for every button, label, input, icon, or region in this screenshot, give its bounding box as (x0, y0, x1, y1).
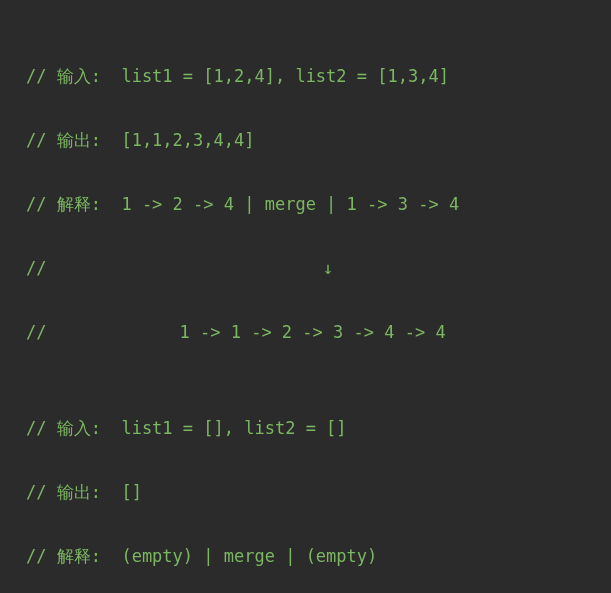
code-line: // 输出: [1,1,2,3,4,4] (26, 124, 585, 156)
code-line: // 输出: [] (26, 476, 585, 508)
code-line: // 解释: 1 -> 2 -> 4 | merge | 1 -> 3 -> 4 (26, 188, 585, 220)
code-line: // 解释: (empty) | merge | (empty) (26, 540, 585, 572)
code-line: // 输入: list1 = [1,2,4], list2 = [1,3,4] (26, 60, 585, 92)
code-line: // ↓ (26, 252, 585, 284)
code-block: // 输入: list1 = [1,2,4], list2 = [1,3,4] … (0, 0, 611, 593)
code-line: // 1 -> 1 -> 2 -> 3 -> 4 -> 4 (26, 316, 585, 348)
code-line: // 输入: list1 = [], list2 = [] (26, 412, 585, 444)
